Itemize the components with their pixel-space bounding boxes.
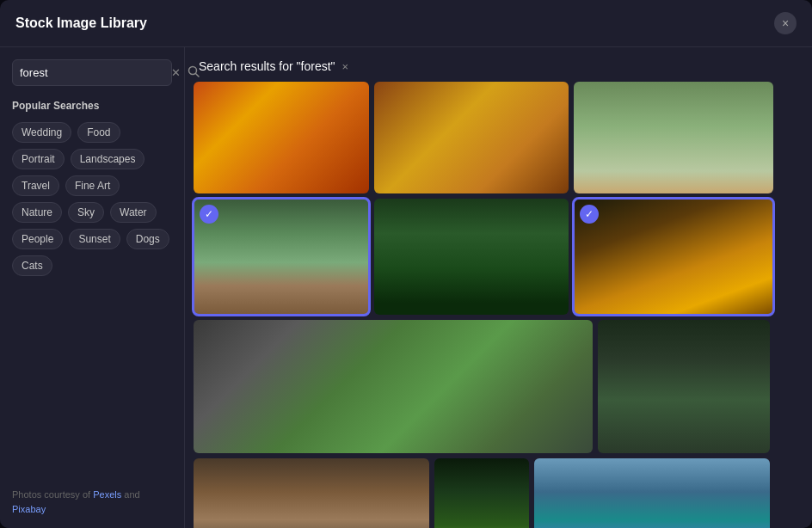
image-thumbnail bbox=[434, 458, 529, 528]
modal-header: Stock Image Library × bbox=[0, 0, 812, 47]
grid-row-4 bbox=[194, 458, 803, 528]
grid-row-3 bbox=[194, 320, 803, 453]
image-autumn-road[interactable] bbox=[374, 82, 569, 193]
selection-check: ✓ bbox=[200, 205, 218, 224]
tag-sky[interactable]: Sky bbox=[68, 202, 104, 223]
image-dirt-road[interactable]: ✓ bbox=[194, 199, 369, 315]
tag-food[interactable]: Food bbox=[77, 122, 120, 143]
tag-cats[interactable]: Cats bbox=[12, 255, 52, 276]
sidebar: ✕ Popular Searches Wedding Food Portrait… bbox=[0, 47, 185, 528]
results-query: "forest" bbox=[297, 59, 335, 73]
tags-container: Wedding Food Portrait Landscapes Travel … bbox=[12, 122, 172, 276]
clear-results-button[interactable]: × bbox=[342, 60, 349, 73]
main-content: Search results for "forest" × bbox=[185, 47, 812, 528]
image-grid: ✓ ✓ bbox=[185, 82, 812, 528]
tag-portrait[interactable]: Portrait bbox=[12, 149, 65, 169]
image-leaves-rock[interactable] bbox=[194, 320, 593, 453]
tag-sunset[interactable]: Sunset bbox=[69, 229, 120, 249]
footer-middle: and bbox=[121, 489, 139, 500]
tag-people[interactable]: People bbox=[12, 229, 63, 249]
tag-nature[interactable]: Nature bbox=[12, 202, 62, 223]
image-thumbnail bbox=[374, 199, 569, 315]
sidebar-footer: Photos courtesy of Pexels and Pixabay bbox=[12, 488, 172, 516]
tag-fine-art[interactable]: Fine Art bbox=[65, 175, 120, 196]
search-bar: ✕ bbox=[12, 59, 172, 86]
image-misty-forest-dark[interactable] bbox=[598, 320, 770, 453]
tag-water[interactable]: Water bbox=[110, 202, 157, 223]
tag-landscapes[interactable]: Landscapes bbox=[71, 149, 145, 169]
image-thumbnail bbox=[194, 199, 369, 315]
stock-image-library-modal: Stock Image Library × ✕ bbox=[0, 0, 812, 528]
tag-travel[interactable]: Travel bbox=[12, 175, 59, 196]
tag-dogs[interactable]: Dogs bbox=[126, 229, 169, 249]
tag-wedding[interactable]: Wedding bbox=[12, 122, 71, 143]
search-input[interactable] bbox=[20, 66, 164, 79]
selection-check: ✓ bbox=[580, 205, 599, 224]
modal-overlay: Stock Image Library × ✕ bbox=[0, 0, 812, 528]
image-thumbnail bbox=[534, 458, 770, 528]
image-dark-forest[interactable] bbox=[374, 199, 569, 315]
results-prefix: Search results for bbox=[199, 59, 297, 73]
image-thumbnail bbox=[598, 320, 770, 453]
image-thumbnail bbox=[194, 458, 429, 528]
image-mountain-lake[interactable] bbox=[534, 458, 770, 528]
pixabay-link[interactable]: Pixabay bbox=[12, 504, 46, 514]
modal-title: Stock Image Library bbox=[15, 15, 147, 31]
search-clear-button[interactable]: ✕ bbox=[169, 66, 182, 79]
grid-row-1 bbox=[194, 82, 803, 193]
image-misty-deer[interactable] bbox=[194, 458, 429, 528]
image-thumbnail bbox=[194, 82, 369, 193]
image-thumbnail bbox=[574, 82, 773, 193]
image-sunrays[interactable] bbox=[434, 458, 529, 528]
pexels-link[interactable]: Pexels bbox=[93, 489, 121, 500]
image-golden-forest[interactable]: ✓ bbox=[574, 199, 773, 315]
image-autumn-leaves[interactable] bbox=[194, 82, 369, 193]
image-forest-path[interactable] bbox=[574, 82, 773, 193]
image-thumbnail bbox=[574, 199, 773, 315]
results-header: Search results for "forest" × bbox=[185, 47, 812, 82]
close-button[interactable]: × bbox=[774, 12, 797, 34]
image-thumbnail bbox=[374, 82, 569, 193]
grid-row-2: ✓ ✓ bbox=[194, 199, 803, 315]
image-thumbnail bbox=[194, 320, 593, 453]
popular-searches-title: Popular Searches bbox=[12, 100, 172, 112]
modal-body: ✕ Popular Searches Wedding Food Portrait… bbox=[0, 47, 812, 528]
footer-prefix: Photos courtesy of bbox=[12, 489, 93, 500]
results-label: Search results for "forest" bbox=[199, 59, 335, 73]
